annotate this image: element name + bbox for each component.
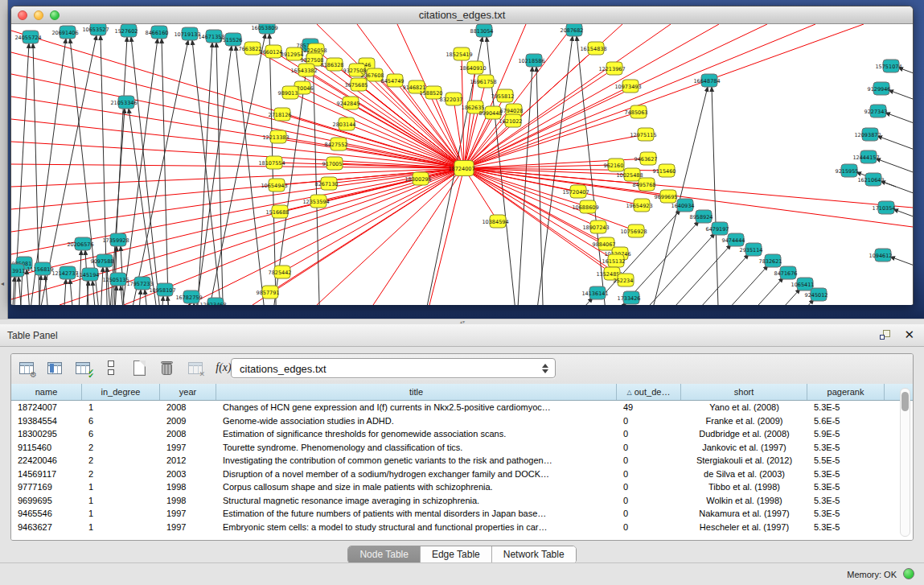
cell-out_de[interactable]: 0: [617, 427, 681, 441]
yellow-node[interactable]: 10384594: [482, 215, 508, 228]
teal-node[interactable]: 10218586: [518, 54, 544, 67]
cell-pagerank[interactable]: 5.3E-5: [807, 480, 885, 494]
column-header-pagerank[interactable]: pagerank: [807, 384, 885, 400]
cell-in_degree[interactable]: 6: [82, 414, 160, 428]
yellow-node[interactable]: 3675685: [345, 78, 368, 91]
table-selector-dropdown[interactable]: citations_edges.txt: [231, 358, 556, 378]
yellow-node[interactable]: 7825442: [269, 266, 292, 278]
cell-in_degree[interactable]: 2: [82, 468, 160, 481]
cell-title[interactable]: Investigating the contribution of common…: [216, 454, 617, 468]
cell-out_de[interactable]: 0: [617, 414, 681, 428]
teal-node[interactable]: 16782759: [175, 290, 202, 303]
yellow-node[interactable]: 10688609: [572, 200, 598, 213]
yellow-node[interactable]: 10654943: [261, 179, 287, 192]
column-header-in_degree[interactable]: in_degree: [82, 384, 160, 400]
new-table-icon[interactable]: [129, 357, 150, 378]
cell-name[interactable]: 18724007: [11, 401, 82, 414]
table-row[interactable]: 946362711997Embryonic stem cells: a mode…: [11, 521, 913, 534]
yellow-node[interactable]: 7485063: [625, 105, 648, 118]
table-scrollbar[interactable]: [900, 388, 910, 537]
cell-short[interactable]: Franke et al. (2009): [681, 414, 807, 428]
scrollbar-thumb[interactable]: [901, 392, 909, 411]
yellow-node[interactable]: 1621022: [499, 114, 523, 127]
cell-name[interactable]: 9465546: [11, 507, 82, 521]
table-settings-icon[interactable]: ⚙: [16, 357, 37, 378]
table-row[interactable]: 911546021997Tourette syndrome. Phenomeno…: [11, 441, 913, 455]
column-header-out_de[interactable]: △out_de…: [617, 384, 681, 400]
teal-node[interactable]: 16648784: [693, 74, 720, 87]
column-header-name[interactable]: name: [11, 384, 82, 400]
cell-name[interactable]: 9463627: [11, 521, 82, 534]
cell-year[interactable]: 1998: [160, 494, 216, 508]
cell-out_de[interactable]: 0: [617, 480, 681, 494]
cell-in_degree[interactable]: 1: [82, 480, 160, 494]
teal-node[interactable]: 8471676: [774, 266, 798, 279]
cell-year[interactable]: 2008: [160, 427, 216, 441]
cell-year[interactable]: 2003: [160, 468, 216, 481]
teal-node[interactable]: 9129946: [868, 82, 891, 95]
zoom-window-icon[interactable]: [50, 10, 60, 20]
table-row[interactable]: 969969511998Structural magnetic resonanc…: [11, 494, 913, 508]
yellow-node[interactable]: 19654923: [626, 199, 652, 212]
teal-node[interactable]: 20691406: [51, 26, 78, 39]
cell-in_degree[interactable]: 1: [82, 521, 160, 534]
cell-name[interactable]: 19384554: [11, 414, 82, 428]
yellow-node[interactable]: 16543382: [290, 64, 317, 76]
teal-node[interactable]: 8958924: [690, 210, 713, 223]
yellow-node[interactable]: 917005: [322, 157, 343, 170]
yellow-node[interactable]: 989013: [278, 86, 298, 99]
teal-node[interactable]: 1710354: [873, 201, 896, 214]
cell-in_degree[interactable]: 2: [82, 441, 160, 455]
cell-year[interactable]: 1997: [160, 507, 216, 521]
teal-node[interactable]: 1094612: [869, 249, 893, 262]
teal-node[interactable]: 12444157: [852, 150, 879, 163]
splitter-collapse-icon[interactable]: ◂: [1, 280, 4, 287]
select-columns-icon[interactable]: ✔: [72, 357, 93, 378]
teal-node[interactable]: 7832621: [759, 254, 782, 267]
cell-out_de[interactable]: 0: [617, 468, 681, 481]
cell-out_de[interactable]: 49: [617, 401, 681, 414]
cell-in_degree[interactable]: 1: [82, 401, 160, 414]
column-header-title[interactable]: title: [216, 384, 617, 400]
cell-short[interactable]: Yano et al. (2008): [681, 401, 807, 414]
yellow-node[interactable]: 18525419: [446, 47, 472, 60]
cell-out_de[interactable]: 0: [617, 454, 681, 468]
cell-name[interactable]: 9115460: [11, 441, 82, 455]
yellow-node[interactable]: 18907243: [582, 220, 609, 233]
teal-node[interactable]: 3313911: [11, 264, 25, 277]
delete-table-icon[interactable]: [157, 357, 178, 378]
cell-short[interactable]: Dudbridge et al. (2008): [681, 427, 807, 441]
cell-name[interactable]: 22420046: [11, 454, 82, 468]
table-row[interactable]: 1872400712008Changes of HCN gene express…: [11, 401, 913, 414]
network-graph-canvas[interactable]: 2405572420691406106535271527602846616010…: [11, 24, 913, 305]
teal-node[interactable]: 12142737: [51, 266, 78, 279]
yellow-node[interactable]: 18107554: [258, 156, 285, 169]
yellow-node[interactable]: 9857791: [257, 286, 280, 299]
cell-pagerank[interactable]: 5.9E-5: [807, 427, 885, 441]
table-row[interactable]: 1830029562008Estimation of significance …: [11, 427, 913, 441]
cell-out_de[interactable]: 0: [617, 441, 681, 455]
cell-short[interactable]: Nakamura et al. (1997): [681, 507, 807, 521]
float-panel-icon[interactable]: [879, 329, 892, 342]
yellow-node[interactable]: 12213967: [598, 62, 625, 75]
cell-in_degree[interactable]: 2: [82, 454, 160, 468]
teal-node[interactable]: 1733426: [618, 291, 641, 304]
yellow-node[interactable]: 1516688: [266, 205, 290, 218]
table-row[interactable]: 1938455462009Genome-wide association stu…: [11, 414, 913, 428]
show-columns-icon[interactable]: [44, 357, 65, 378]
teal-node[interactable]: 16210643: [857, 173, 884, 186]
teal-node[interactable]: 10719133: [174, 27, 200, 40]
teal-node[interactable]: 9227343: [864, 105, 888, 117]
yellow-node[interactable]: 9115460: [653, 164, 676, 177]
cell-title[interactable]: Genome-wide association studies in ADHD.: [216, 414, 617, 428]
cell-title[interactable]: Changes of HCN gene expression and I(f) …: [216, 401, 617, 414]
cell-pagerank[interactable]: 5.6E-5: [807, 414, 885, 428]
cell-title[interactable]: Embryonic stem cells: a model to study s…: [216, 521, 617, 534]
teal-node[interactable]: 9215955: [836, 164, 859, 177]
table-row[interactable]: 977716911998Corpus callosum shape and si…: [11, 480, 913, 494]
close-window-icon[interactable]: [18, 10, 27, 20]
cell-pagerank[interactable]: 5.3E-5: [807, 521, 885, 534]
teal-node[interactable]: 1065411: [791, 278, 815, 290]
yellow-node[interactable]: 8186328: [321, 58, 344, 71]
teal-node[interactable]: 15751074: [875, 60, 901, 72]
